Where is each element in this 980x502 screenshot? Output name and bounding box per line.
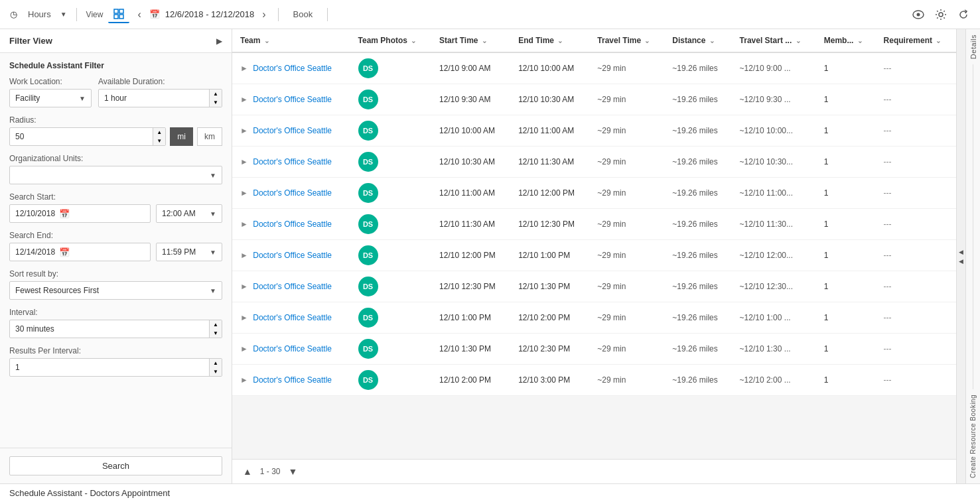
available-duration-spinner[interactable]: ▲ ▼ — [98, 89, 222, 107]
search-end-group: Search End: 12/14/2018 📅 11:59 PM ▼ — [9, 231, 222, 261]
search-start-date[interactable]: 12/10/2018 📅 — [9, 204, 151, 223]
mi-button[interactable]: mi — [170, 127, 193, 146]
work-location-select[interactable]: Facility ▼ — [9, 89, 92, 107]
search-end-time-value: 11:59 PM — [162, 247, 196, 257]
row-expand-chevron[interactable]: ► — [240, 188, 248, 198]
row-expand-chevron[interactable]: ► — [240, 126, 248, 135]
available-duration-input[interactable] — [99, 91, 209, 105]
available-duration-label: Available Duration: — [98, 77, 222, 86]
search-button[interactable]: Search — [9, 456, 222, 475]
members-cell: 1 — [816, 84, 876, 115]
team-avatar: DS — [358, 370, 378, 390]
divider-2 — [278, 8, 279, 21]
row-expand-chevron[interactable]: ► — [240, 95, 248, 104]
row-expand-chevron[interactable]: ► — [240, 344, 248, 353]
right-collapse-arrow-2[interactable]: ◀ — [959, 258, 963, 265]
row-expand-chevron[interactable]: ► — [240, 251, 248, 260]
refresh-button[interactable] — [955, 6, 972, 23]
page-up-arrow[interactable]: ▲ — [240, 465, 255, 478]
members-cell: 1 — [816, 209, 876, 240]
team-name[interactable]: Doctor's Office Seattle — [253, 188, 332, 198]
filter-collapse-arrow[interactable]: ▶ — [216, 36, 222, 46]
svg-point-6 — [939, 13, 943, 17]
interval-down-btn[interactable]: ▼ — [210, 329, 222, 338]
row-expand-chevron[interactable]: ► — [240, 375, 248, 385]
hours-dropdown-icon[interactable]: ▼ — [60, 11, 67, 18]
page-down-arrow[interactable]: ▼ — [286, 465, 301, 478]
members-cell: 1 — [816, 302, 876, 334]
photos-cell: DS — [350, 178, 432, 209]
sort-select[interactable]: Fewest Resources First ▼ — [9, 281, 222, 300]
table-header-row: Team ⌄ Team Photos ⌄ Start Time ⌄ End Ti… — [232, 29, 956, 52]
team-name[interactable]: Doctor's Office Seattle — [253, 375, 332, 385]
members-cell: 1 — [816, 365, 876, 396]
interval-input[interactable] — [10, 322, 209, 336]
table-row: ► Doctor's Office Seattle DS 12/10 9:30 … — [232, 84, 956, 115]
results-input[interactable] — [10, 360, 209, 375]
results-up-btn[interactable]: ▲ — [210, 359, 222, 367]
org-units-group: Organizational Units: ▼ — [9, 154, 222, 184]
filter-header: Filter View ▶ — [0, 29, 232, 53]
org-units-chevron: ▼ — [210, 172, 216, 179]
org-units-select[interactable]: ▼ — [9, 166, 222, 184]
col-travel-start[interactable]: Travel Start ... ⌄ — [732, 29, 816, 52]
radius-input[interactable] — [10, 129, 153, 144]
team-name[interactable]: Doctor's Office Seattle — [253, 220, 332, 229]
search-end-row: 12/14/2018 📅 11:59 PM ▼ — [9, 243, 222, 261]
radius-spinner[interactable]: ▲ ▼ — [9, 127, 166, 146]
members-cell: 1 — [816, 240, 876, 271]
col-distance[interactable]: Distance ⌄ — [664, 29, 731, 52]
hours-button[interactable]: Hours — [23, 7, 56, 22]
interval-up-btn[interactable]: ▲ — [210, 320, 222, 329]
details-panel[interactable]: Details Create Resource Booking — [965, 29, 980, 483]
search-end-date[interactable]: 12/14/2018 📅 — [9, 243, 151, 261]
team-name[interactable]: Doctor's Office Seattle — [253, 157, 332, 166]
duration-down-btn[interactable]: ▼ — [210, 98, 222, 107]
team-name[interactable]: Doctor's Office Seattle — [253, 251, 332, 260]
radius-down-btn[interactable]: ▼ — [153, 137, 165, 145]
distance-cell: ~19.26 miles — [664, 240, 731, 271]
team-name[interactable]: Doctor's Office Seattle — [253, 282, 332, 291]
row-expand-chevron[interactable]: ► — [240, 64, 248, 73]
top-toolbar: ◷ Hours ▼ View ‹ 📅 12/6/2018 - 12/12/201… — [0, 0, 980, 29]
duration-up-btn[interactable]: ▲ — [210, 90, 222, 98]
photos-cell: DS — [350, 302, 432, 334]
radius-up-btn[interactable]: ▲ — [153, 128, 165, 137]
settings-button[interactable] — [932, 6, 949, 23]
results-down-btn[interactable]: ▼ — [210, 367, 222, 376]
team-name[interactable]: Doctor's Office Seattle — [253, 126, 332, 135]
interval-spinner[interactable]: ▲ ▼ — [9, 320, 222, 338]
row-expand-chevron[interactable]: ► — [240, 313, 248, 322]
calendar-icon[interactable]: 📅 — [149, 9, 160, 20]
grid-view-button[interactable] — [108, 6, 129, 23]
col-end-time[interactable]: End Time ⌄ — [510, 29, 589, 52]
team-sort-icon: ⌄ — [264, 37, 269, 44]
team-name[interactable]: Doctor's Office Seattle — [253, 64, 332, 73]
start-time-cell: 12/10 9:30 AM — [431, 84, 510, 115]
col-requirement[interactable]: Requirement ⌄ — [876, 29, 956, 52]
col-travel-time[interactable]: Travel Time ⌄ — [589, 29, 664, 52]
row-expand-chevron[interactable]: ► — [240, 220, 248, 229]
prev-arrow[interactable]: ‹ — [135, 6, 143, 23]
radius-spinner-buttons: ▲ ▼ — [153, 128, 165, 145]
team-name[interactable]: Doctor's Office Seattle — [253, 95, 332, 104]
team-name[interactable]: Doctor's Office Seattle — [253, 344, 332, 353]
travel-time-cell: ~29 min — [589, 147, 664, 178]
eye-button[interactable] — [910, 7, 927, 22]
col-photos[interactable]: Team Photos ⌄ — [350, 29, 432, 52]
row-expand-chevron[interactable]: ► — [240, 157, 248, 166]
team-name[interactable]: Doctor's Office Seattle — [253, 313, 332, 322]
end-time-cell: 12/10 11:00 AM — [510, 115, 589, 147]
requirement-cell: --- — [876, 240, 956, 271]
results-spinner[interactable]: ▲ ▼ — [9, 358, 222, 377]
col-start-time[interactable]: Start Time ⌄ — [431, 29, 510, 52]
search-start-time[interactable]: 12:00 AM ▼ — [156, 204, 222, 223]
km-button[interactable]: km — [197, 127, 222, 146]
search-end-time[interactable]: 11:59 PM ▼ — [156, 243, 222, 261]
book-button[interactable]: Book — [288, 7, 318, 22]
right-collapse-arrow-1[interactable]: ◀ — [959, 249, 963, 255]
row-expand-chevron[interactable]: ► — [240, 282, 248, 291]
col-members[interactable]: Memb... ⌄ — [816, 29, 876, 52]
col-team[interactable]: Team ⌄ — [232, 29, 350, 52]
next-arrow[interactable]: › — [259, 6, 268, 23]
